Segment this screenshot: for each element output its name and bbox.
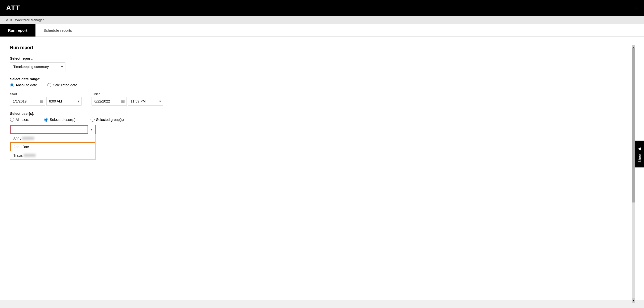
start-datetime-group: Start ▦ 8:00 AM 9:00 AM 10:00 AM 11:00 A… <box>10 92 82 106</box>
report-select[interactable]: Timekeeping summary Activity summary Use… <box>10 62 65 71</box>
start-time-select[interactable]: 8:00 AM 9:00 AM 10:00 AM 11:00 AM 12:00 … <box>46 97 82 106</box>
user-dropdown-container: ▾ Anny XXXXX John Doe Travis XXXXX <box>10 125 96 134</box>
selected-groups-radio[interactable] <box>91 118 95 122</box>
user-item-anny[interactable]: Anny XXXXX <box>10 134 95 142</box>
travis-lastname: XXXXX <box>24 153 35 157</box>
start-date-wrapper: ▦ <box>10 97 45 106</box>
absolute-date-radio[interactable] <box>10 83 14 87</box>
selected-users-radio[interactable] <box>44 118 48 122</box>
section-title: Run report <box>10 45 634 50</box>
start-time-wrapper: 8:00 AM 9:00 AM 10:00 AM 11:00 AM 12:00 … <box>46 97 82 106</box>
start-date-input[interactable] <box>10 97 45 106</box>
finish-label: Finish <box>92 92 163 96</box>
tab-run-report[interactable]: Run report <box>0 24 35 37</box>
finish-date-input[interactable] <box>92 97 127 106</box>
anny-lastname: XXXXX <box>22 136 34 140</box>
user-input-row: ▾ <box>10 125 96 134</box>
finish-time-wrapper: 11:59 PM 11:00 PM 10:00 PM ▾ <box>128 97 163 106</box>
select-users-label: Select user(s): <box>10 112 634 116</box>
user-dropdown-list: Anny XXXXX John Doe Travis XXXXX <box>10 134 96 160</box>
scroll-thumb[interactable] <box>632 48 635 202</box>
finish-date-wrapper: ▦ <box>92 97 127 106</box>
finish-time-select[interactable]: 11:59 PM 11:00 PM 10:00 PM <box>128 97 163 106</box>
user-dropdown-arrow-btn[interactable]: ▾ <box>88 125 95 134</box>
selected-users-option[interactable]: Selected user(s) <box>44 118 75 122</box>
app-logo: ATT <box>6 4 20 12</box>
calculated-date-option[interactable]: Calculated date <box>47 83 77 87</box>
selected-groups-option[interactable]: Selected group(s) <box>91 118 124 122</box>
finish-datetime-group: Finish ▦ 11:59 PM 11:00 PM 10:00 PM ▾ <box>92 92 163 106</box>
calculated-date-radio[interactable] <box>47 83 51 87</box>
tab-schedule-reports[interactable]: Schedule reports <box>35 24 80 37</box>
user-item-johndoe[interactable]: John Doe <box>10 142 95 151</box>
user-search-input[interactable] <box>11 125 88 134</box>
scroll-down-btn[interactable]: ▼ <box>632 298 635 300</box>
date-range-section: Select date range: Absolute date Calcula… <box>10 77 634 87</box>
menu-icon[interactable]: ≡ <box>635 5 638 11</box>
user-radio-group: All users Selected user(s) Selected grou… <box>10 118 634 122</box>
date-range-radio-group: Absolute date Calculated date <box>10 83 634 87</box>
datetime-row: Start ▦ 8:00 AM 9:00 AM 10:00 AM 11:00 A… <box>10 92 634 106</box>
finish-inputs: ▦ 11:59 PM 11:00 PM 10:00 PM ▾ <box>92 97 163 106</box>
all-users-radio[interactable] <box>10 118 14 122</box>
report-select-wrapper: Timekeeping summary Activity summary Use… <box>10 62 65 71</box>
sidebar-toggle[interactable]: ◀ Show <box>635 141 644 167</box>
all-users-option[interactable]: All users <box>10 118 29 122</box>
sidebar-show-label: Show <box>638 153 641 162</box>
start-label: Start <box>10 92 82 96</box>
absolute-date-option[interactable]: Absolute date <box>10 83 37 87</box>
select-report-label: Select report: <box>10 56 634 60</box>
main-content: Run report Select report: Timekeeping su… <box>0 37 644 300</box>
user-section: Select user(s): All users Selected user(… <box>10 112 634 134</box>
start-inputs: ▦ 8:00 AM 9:00 AM 10:00 AM 11:00 AM 12:0… <box>10 97 82 106</box>
scrollbar[interactable]: ▲ ▼ <box>632 45 635 300</box>
sidebar-arrow-icon: ◀ <box>638 146 641 151</box>
top-bar: ATT ≡ <box>0 0 644 16</box>
breadcrumb: AT&T Workforce Manager <box>0 16 644 24</box>
user-item-travis[interactable]: Travis XXXXX <box>10 151 95 159</box>
tab-bar: Run report Schedule reports <box>0 24 644 37</box>
date-range-label: Select date range: <box>10 77 634 81</box>
